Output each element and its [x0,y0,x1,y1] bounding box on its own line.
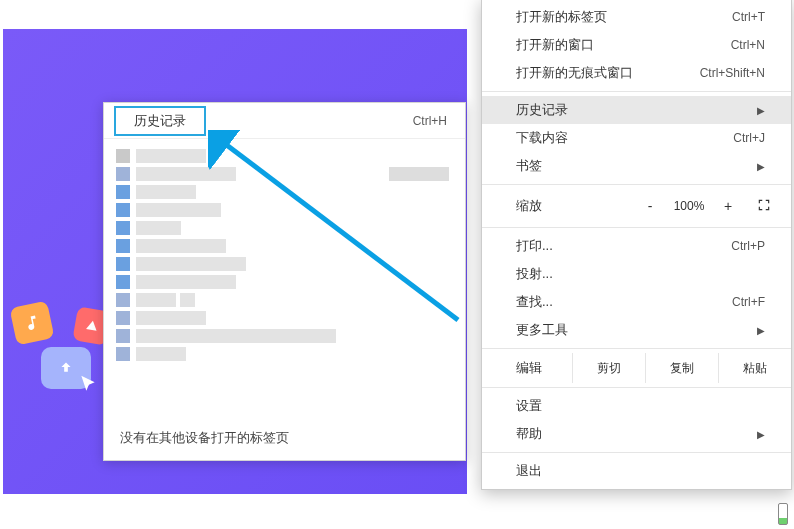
menu-settings[interactable]: 设置 [482,392,791,420]
menu-edit-row: 编辑 剪切 复制 粘贴 [482,353,791,383]
chevron-right-icon: ▶ [757,161,765,172]
chevron-right-icon: ▶ [757,105,765,116]
menu-print[interactable]: 打印... Ctrl+P [482,232,791,260]
history-list-blurred [104,139,465,417]
menu-label: 下载内容 [516,129,568,147]
shortcut-text: Ctrl+J [733,131,765,145]
submenu-header: 历史记录 Ctrl+H [104,103,465,139]
menu-new-incognito[interactable]: 打开新的无痕式窗口 Ctrl+Shift+N [482,59,791,87]
menu-cast[interactable]: 投射... [482,260,791,288]
history-shortcut: Ctrl+H [413,114,447,128]
history-submenu-panel: 历史记录 Ctrl+H 没有在其他设备打开的标签页 [103,102,466,461]
menu-find[interactable]: 查找... Ctrl+F [482,288,791,316]
menu-more-tools[interactable]: 更多工具 ▶ [482,316,791,344]
shortcut-text: Ctrl+Shift+N [700,66,765,80]
menu-history[interactable]: 历史记录 ▶ [482,96,791,124]
menu-label: 打开新的标签页 [516,8,607,26]
menu-label: 更多工具 [516,321,568,339]
menu-label: 打开新的无痕式窗口 [516,64,633,82]
music-icon [9,300,54,345]
menu-downloads[interactable]: 下载内容 Ctrl+J [482,124,791,152]
paste-button[interactable]: 粘贴 [718,353,791,383]
zoom-label: 缩放 [516,197,542,215]
menu-label: 投射... [516,265,553,283]
menu-exit[interactable]: 退出 [482,457,791,485]
zoom-percent: 100% [665,199,713,213]
no-tabs-other-devices: 没有在其他设备打开的标签页 [104,417,465,459]
menu-label: 帮助 [516,425,542,443]
menu-new-tab[interactable]: 打开新的标签页 Ctrl+T [482,3,791,31]
menu-label: 退出 [516,462,542,480]
shortcut-text: Ctrl+N [731,38,765,52]
menu-label: 设置 [516,397,542,415]
shortcut-text: Ctrl+T [732,10,765,24]
menu-help[interactable]: 帮助 ▶ [482,420,791,448]
menu-label: 查找... [516,293,553,311]
history-menu-item[interactable]: 历史记录 [114,106,206,136]
shortcut-text: Ctrl+P [731,239,765,253]
menu-label: 书签 [516,157,542,175]
menu-zoom-row: 缩放 - 100% + [482,189,791,223]
menu-bookmarks[interactable]: 书签 ▶ [482,152,791,180]
menu-label: 打印... [516,237,553,255]
chevron-right-icon: ▶ [757,429,765,440]
zoom-in-button[interactable]: + [713,195,743,217]
cursor-icon [78,374,98,399]
cut-button[interactable]: 剪切 [572,353,645,383]
fullscreen-button[interactable] [751,198,777,215]
menu-new-window[interactable]: 打开新的窗口 Ctrl+N [482,31,791,59]
chevron-right-icon: ▶ [757,325,765,336]
zoom-out-button[interactable]: - [635,195,665,217]
menu-label: 打开新的窗口 [516,36,594,54]
browser-main-menu: 打开新的标签页 Ctrl+T 打开新的窗口 Ctrl+N 打开新的无痕式窗口 C… [481,0,792,490]
edit-label: 编辑 [516,359,572,377]
copy-button[interactable]: 复制 [645,353,718,383]
battery-icon [778,503,788,525]
menu-label: 历史记录 [516,101,568,119]
shortcut-text: Ctrl+F [732,295,765,309]
